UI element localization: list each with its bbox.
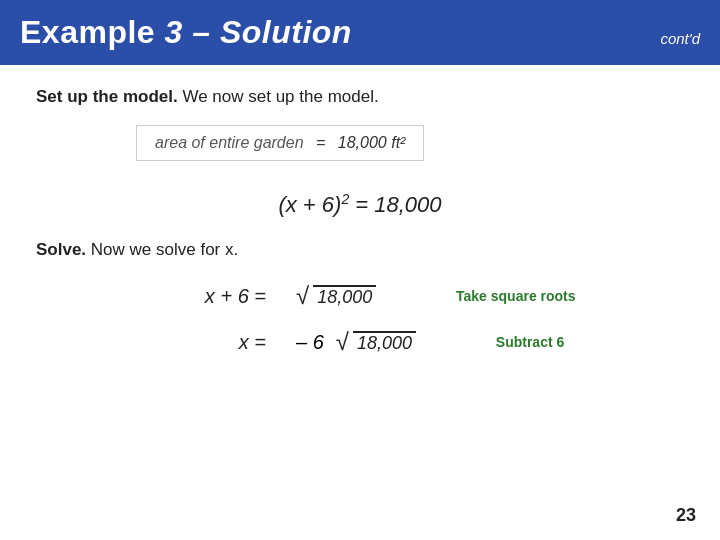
equation-text: (x + 6)2 = 18,000 <box>278 192 441 217</box>
main-content: Set up the model. We now set up the mode… <box>0 65 720 372</box>
sqrt-symbol-1: √ <box>296 282 309 310</box>
main-equation: (x + 6)2 = 18,000 <box>36 191 684 218</box>
step-row-1: x + 6 = √ 18,000 Take square roots <box>56 282 684 310</box>
page-number: 23 <box>676 505 696 526</box>
step2-minus: – 6 <box>296 331 324 354</box>
step2-sqrt: √ 18,000 <box>336 328 456 356</box>
step-row-2: x = – 6 √ 18,000 Subtract 6 <box>56 328 684 356</box>
step1-sqrt-value: 18,000 <box>313 285 376 308</box>
solve-label: Solve. <box>36 240 86 259</box>
formula-box: area of entire garden = 18,000 ft² <box>136 125 424 161</box>
header-bar: Example 3 – Solution cont'd <box>0 0 720 65</box>
step2-lhs: x = <box>146 331 266 354</box>
title-italic-part: 3 – Solution <box>165 14 352 50</box>
step1-note: Take square roots <box>456 288 576 304</box>
formula-value: 18,000 ft² <box>338 134 406 151</box>
formula-equals: = <box>316 134 325 151</box>
step2-rhs: – 6 √ 18,000 <box>296 328 456 356</box>
setup-label: Set up the model. <box>36 87 178 106</box>
step1-lhs: x + 6 = <box>146 285 266 308</box>
step2-note: Subtract 6 <box>496 334 564 350</box>
steps-area: x + 6 = √ 18,000 Take square roots x = –… <box>56 282 684 356</box>
header-title: Example 3 – Solution <box>20 14 352 51</box>
solve-text: Now we solve for x. <box>91 240 238 259</box>
step2-sqrt-value: 18,000 <box>353 331 416 354</box>
setup-paragraph: Set up the model. We now set up the mode… <box>36 87 684 107</box>
step1-sqrt: √ 18,000 <box>296 282 416 310</box>
formula-box-wrapper: area of entire garden = 18,000 ft² <box>96 125 684 181</box>
formula-label: area of entire garden <box>155 134 304 151</box>
solve-paragraph: Solve. Now we solve for x. <box>36 240 684 260</box>
header-contd: cont'd <box>660 30 700 51</box>
title-example-word: Example <box>20 14 155 50</box>
sqrt-symbol-2: √ <box>336 328 349 356</box>
setup-text: We now set up the model. <box>182 87 378 106</box>
